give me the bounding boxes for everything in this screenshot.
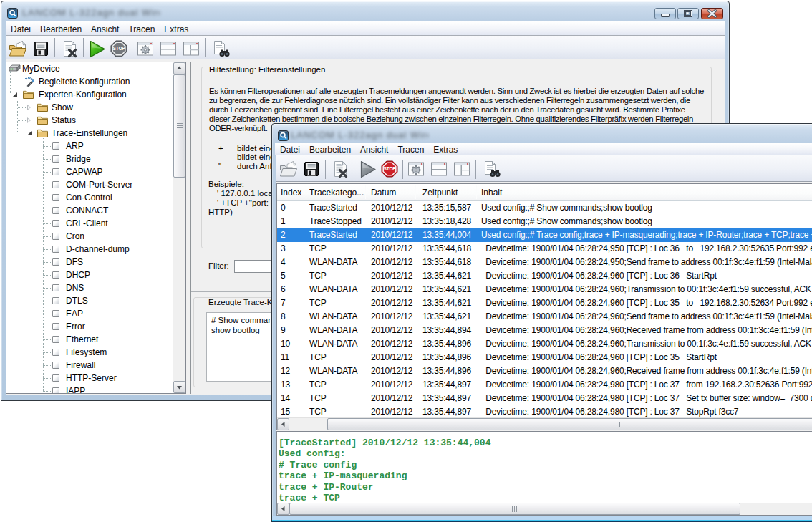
svg-text:STOP: STOP bbox=[383, 166, 396, 171]
svg-text:STOP: STOP bbox=[112, 46, 125, 51]
